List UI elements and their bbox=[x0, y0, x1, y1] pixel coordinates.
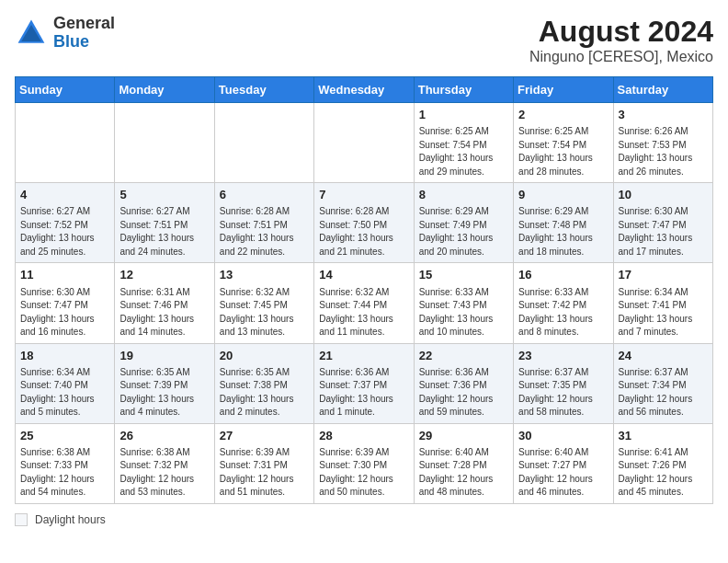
calendar-cell: 8Sunrise: 6:29 AM Sunset: 7:49 PM Daylig… bbox=[414, 183, 513, 263]
day-info: Sunrise: 6:31 AM Sunset: 7:46 PM Dayligh… bbox=[119, 286, 209, 339]
calendar-cell: 7Sunrise: 6:28 AM Sunset: 7:50 PM Daylig… bbox=[314, 183, 414, 263]
day-info: Sunrise: 6:36 AM Sunset: 7:36 PM Dayligh… bbox=[419, 366, 508, 419]
calendar-header-monday: Monday bbox=[115, 77, 214, 103]
calendar-cell: 9Sunrise: 6:29 AM Sunset: 7:48 PM Daylig… bbox=[514, 183, 613, 263]
logo-text: General Blue bbox=[53, 15, 115, 52]
logo: General Blue bbox=[15, 15, 115, 52]
calendar-cell: 2Sunrise: 6:25 AM Sunset: 7:54 PM Daylig… bbox=[514, 103, 613, 183]
day-info: Sunrise: 6:33 AM Sunset: 7:43 PM Dayligh… bbox=[419, 286, 508, 339]
calendar-cell bbox=[115, 103, 214, 183]
day-info: Sunrise: 6:32 AM Sunset: 7:44 PM Dayligh… bbox=[319, 286, 408, 339]
calendar-cell: 10Sunrise: 6:30 AM Sunset: 7:47 PM Dayli… bbox=[613, 183, 712, 263]
calendar-cell: 21Sunrise: 6:36 AM Sunset: 7:37 PM Dayli… bbox=[314, 343, 414, 423]
day-info: Sunrise: 6:35 AM Sunset: 7:39 PM Dayligh… bbox=[119, 366, 209, 419]
calendar-cell: 3Sunrise: 6:26 AM Sunset: 7:53 PM Daylig… bbox=[613, 103, 712, 183]
calendar-header-tuesday: Tuesday bbox=[214, 77, 313, 103]
day-number: 19 bbox=[119, 348, 209, 364]
day-number: 23 bbox=[518, 348, 608, 364]
calendar-cell: 19Sunrise: 6:35 AM Sunset: 7:39 PM Dayli… bbox=[115, 343, 214, 423]
day-number: 13 bbox=[220, 267, 309, 283]
calendar-cell: 14Sunrise: 6:32 AM Sunset: 7:44 PM Dayli… bbox=[314, 263, 414, 343]
calendar-cell: 28Sunrise: 6:39 AM Sunset: 7:30 PM Dayli… bbox=[314, 423, 414, 503]
calendar-week-3: 11Sunrise: 6:30 AM Sunset: 7:47 PM Dayli… bbox=[16, 263, 713, 343]
calendar-cell: 5Sunrise: 6:27 AM Sunset: 7:51 PM Daylig… bbox=[115, 183, 214, 263]
calendar-week-4: 18Sunrise: 6:34 AM Sunset: 7:40 PM Dayli… bbox=[16, 343, 713, 423]
calendar-cell bbox=[16, 103, 115, 183]
day-info: Sunrise: 6:40 AM Sunset: 7:27 PM Dayligh… bbox=[518, 446, 608, 500]
day-number: 18 bbox=[20, 348, 109, 364]
calendar-cell: 12Sunrise: 6:31 AM Sunset: 7:46 PM Dayli… bbox=[115, 263, 214, 343]
day-number: 20 bbox=[220, 348, 309, 364]
day-info: Sunrise: 6:39 AM Sunset: 7:31 PM Dayligh… bbox=[220, 446, 309, 500]
calendar-week-2: 4Sunrise: 6:27 AM Sunset: 7:52 PM Daylig… bbox=[16, 183, 713, 263]
day-number: 15 bbox=[419, 267, 508, 283]
day-number: 22 bbox=[419, 348, 508, 364]
calendar-cell: 11Sunrise: 6:30 AM Sunset: 7:47 PM Dayli… bbox=[16, 263, 115, 343]
day-number: 3 bbox=[619, 107, 708, 123]
calendar-cell: 31Sunrise: 6:41 AM Sunset: 7:26 PM Dayli… bbox=[613, 423, 712, 503]
calendar-cell: 30Sunrise: 6:40 AM Sunset: 7:27 PM Dayli… bbox=[514, 423, 613, 503]
month-year: August 2024 bbox=[529, 15, 713, 49]
calendar-header-friday: Friday bbox=[514, 77, 613, 103]
calendar-cell: 25Sunrise: 6:38 AM Sunset: 7:33 PM Dayli… bbox=[16, 423, 115, 503]
day-info: Sunrise: 6:25 AM Sunset: 7:54 PM Dayligh… bbox=[419, 125, 508, 178]
calendar-cell: 18Sunrise: 6:34 AM Sunset: 7:40 PM Dayli… bbox=[16, 343, 115, 423]
calendar-cell: 4Sunrise: 6:27 AM Sunset: 7:52 PM Daylig… bbox=[16, 183, 115, 263]
day-info: Sunrise: 6:39 AM Sunset: 7:30 PM Dayligh… bbox=[319, 446, 408, 500]
legend: Daylight hours bbox=[15, 513, 713, 526]
calendar-cell: 24Sunrise: 6:37 AM Sunset: 7:34 PM Dayli… bbox=[613, 343, 712, 423]
calendar-cell bbox=[314, 103, 414, 183]
day-info: Sunrise: 6:26 AM Sunset: 7:53 PM Dayligh… bbox=[619, 125, 708, 178]
day-number: 11 bbox=[20, 267, 109, 283]
calendar-cell: 23Sunrise: 6:37 AM Sunset: 7:35 PM Dayli… bbox=[514, 343, 613, 423]
legend-label: Daylight hours bbox=[35, 513, 106, 526]
day-number: 26 bbox=[119, 428, 209, 444]
day-number: 21 bbox=[319, 348, 408, 364]
calendar-cell: 15Sunrise: 6:33 AM Sunset: 7:43 PM Dayli… bbox=[414, 263, 513, 343]
day-number: 1 bbox=[419, 107, 508, 123]
day-number: 25 bbox=[20, 428, 109, 444]
calendar-header-wednesday: Wednesday bbox=[314, 77, 414, 103]
day-info: Sunrise: 6:32 AM Sunset: 7:45 PM Dayligh… bbox=[220, 286, 309, 339]
calendar-header-thursday: Thursday bbox=[414, 77, 513, 103]
day-info: Sunrise: 6:27 AM Sunset: 7:52 PM Dayligh… bbox=[20, 205, 109, 259]
calendar-cell: 16Sunrise: 6:33 AM Sunset: 7:42 PM Dayli… bbox=[514, 263, 613, 343]
day-info: Sunrise: 6:33 AM Sunset: 7:42 PM Dayligh… bbox=[518, 286, 608, 339]
day-number: 24 bbox=[619, 348, 708, 364]
day-info: Sunrise: 6:25 AM Sunset: 7:54 PM Dayligh… bbox=[518, 125, 608, 178]
day-number: 17 bbox=[619, 267, 708, 283]
calendar-cell: 1Sunrise: 6:25 AM Sunset: 7:54 PM Daylig… bbox=[414, 103, 513, 183]
day-number: 2 bbox=[518, 107, 608, 123]
day-info: Sunrise: 6:38 AM Sunset: 7:32 PM Dayligh… bbox=[119, 446, 209, 500]
day-info: Sunrise: 6:29 AM Sunset: 7:48 PM Dayligh… bbox=[518, 205, 608, 259]
calendar-header-saturday: Saturday bbox=[613, 77, 712, 103]
day-number: 10 bbox=[619, 187, 708, 203]
day-info: Sunrise: 6:28 AM Sunset: 7:50 PM Dayligh… bbox=[319, 205, 408, 259]
day-info: Sunrise: 6:27 AM Sunset: 7:51 PM Dayligh… bbox=[119, 205, 209, 259]
calendar-cell: 13Sunrise: 6:32 AM Sunset: 7:45 PM Dayli… bbox=[214, 263, 313, 343]
day-info: Sunrise: 6:34 AM Sunset: 7:41 PM Dayligh… bbox=[619, 286, 708, 339]
calendar-cell: 20Sunrise: 6:35 AM Sunset: 7:38 PM Dayli… bbox=[214, 343, 313, 423]
day-info: Sunrise: 6:37 AM Sunset: 7:35 PM Dayligh… bbox=[518, 366, 608, 419]
day-number: 31 bbox=[619, 428, 708, 444]
day-number: 29 bbox=[419, 428, 508, 444]
calendar-cell: 26Sunrise: 6:38 AM Sunset: 7:32 PM Dayli… bbox=[115, 423, 214, 503]
day-info: Sunrise: 6:41 AM Sunset: 7:26 PM Dayligh… bbox=[619, 446, 708, 500]
calendar-cell: 29Sunrise: 6:40 AM Sunset: 7:28 PM Dayli… bbox=[414, 423, 513, 503]
day-info: Sunrise: 6:29 AM Sunset: 7:49 PM Dayligh… bbox=[419, 205, 508, 259]
legend-box bbox=[15, 513, 28, 526]
page-header: General Blue August 2024 Ninguno [CERESO… bbox=[15, 15, 713, 65]
calendar-cell: 6Sunrise: 6:28 AM Sunset: 7:51 PM Daylig… bbox=[214, 183, 313, 263]
logo-icon bbox=[15, 17, 48, 50]
day-info: Sunrise: 6:30 AM Sunset: 7:47 PM Dayligh… bbox=[20, 286, 109, 339]
calendar-header-sunday: Sunday bbox=[16, 77, 115, 103]
day-info: Sunrise: 6:30 AM Sunset: 7:47 PM Dayligh… bbox=[619, 205, 708, 259]
day-number: 6 bbox=[220, 187, 309, 203]
day-number: 9 bbox=[518, 187, 608, 203]
calendar-header-row: SundayMondayTuesdayWednesdayThursdayFrid… bbox=[16, 77, 713, 103]
calendar-cell: 17Sunrise: 6:34 AM Sunset: 7:41 PM Dayli… bbox=[613, 263, 712, 343]
day-info: Sunrise: 6:34 AM Sunset: 7:40 PM Dayligh… bbox=[20, 366, 109, 419]
day-number: 8 bbox=[419, 187, 508, 203]
day-info: Sunrise: 6:38 AM Sunset: 7:33 PM Dayligh… bbox=[20, 446, 109, 500]
day-info: Sunrise: 6:36 AM Sunset: 7:37 PM Dayligh… bbox=[319, 366, 408, 419]
